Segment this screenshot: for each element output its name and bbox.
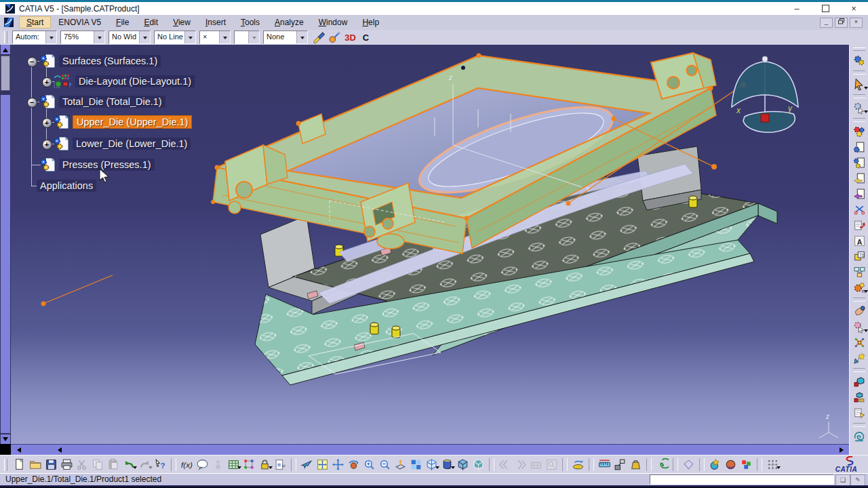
generate-numbering-button[interactable]: A <box>850 233 868 249</box>
scroll-left-button-2[interactable] <box>54 445 64 455</box>
tree-item-lower-die[interactable]: Lower_Die (Lower_Die.1) <box>73 138 191 150</box>
menu-help[interactable]: Help <box>355 16 387 28</box>
snap-grid-button[interactable] <box>765 458 781 472</box>
vertical-scroll-track[interactable] <box>1 95 10 433</box>
save-button[interactable] <box>43 458 59 472</box>
assembly-features-button[interactable] <box>850 390 868 405</box>
transparency-combo[interactable]: 75% <box>60 30 105 44</box>
toolbar-drag-handle[interactable] <box>4 31 7 43</box>
expand-node[interactable]: + <box>42 140 52 150</box>
product-init-button[interactable] <box>850 124 868 140</box>
menu-analyze[interactable]: Analyze <box>267 16 311 28</box>
lock-button[interactable] <box>257 458 273 472</box>
point-symbol-combo[interactable]: × <box>199 30 231 44</box>
tree-item-upper-die[interactable]: Upper_Die (Upper_Die.1) <box>73 115 192 129</box>
zoom-out-button[interactable] <box>377 458 393 472</box>
vertical-scroll-thumb[interactable] <box>1 56 10 91</box>
compass[interactable]: x y <box>732 56 798 132</box>
update-button[interactable] <box>850 53 868 68</box>
viewport-3d[interactable]: z x <box>11 45 849 444</box>
expand-node[interactable]: + <box>42 77 52 87</box>
measure-between-button[interactable] <box>597 458 612 472</box>
graphic-3d-button[interactable]: 3D <box>342 30 358 45</box>
shading-button[interactable] <box>455 458 471 472</box>
product-structure-graph-button[interactable] <box>241 458 257 472</box>
tree-item-surfaces[interactable]: Surfaces (Surfaces.1) <box>59 55 161 67</box>
horizontal-scrollbar[interactable] <box>11 444 849 455</box>
line-type-combo[interactable]: No Line <box>154 30 196 44</box>
fit-all-in-button[interactable] <box>315 458 330 472</box>
shading-edges-button[interactable] <box>471 458 486 472</box>
close-button[interactable]: × <box>840 2 868 15</box>
collapse-node[interactable]: − <box>27 98 37 108</box>
mdi-minimize-button[interactable]: _ <box>820 18 833 28</box>
print-button[interactable] <box>59 458 75 472</box>
product-node-icon[interactable] <box>39 54 57 68</box>
mdi-restore-button[interactable] <box>835 18 848 28</box>
mdi-close-button[interactable]: × <box>850 18 863 28</box>
expand-node[interactable]: + <box>42 118 52 128</box>
measure-item-button[interactable] <box>612 458 628 472</box>
equivalent-dimensions-button[interactable]: ≡= <box>273 458 288 472</box>
rotate-button[interactable] <box>346 458 361 472</box>
line-weight-combo[interactable]: No Wid <box>108 30 151 44</box>
toolbar-drag-handle[interactable] <box>4 459 7 471</box>
measure-inertia-button[interactable] <box>628 458 644 472</box>
selection-filter[interactable] <box>850 100 868 116</box>
menu-file[interactable]: File <box>108 16 136 28</box>
product-node-icon[interactable] <box>39 157 57 172</box>
design-table-button[interactable] <box>226 458 241 472</box>
dialog-expand-button[interactable]: ❑ <box>835 474 850 486</box>
fly-mode-button[interactable] <box>299 458 315 472</box>
turntable-button[interactable] <box>570 458 586 472</box>
existing-component-button[interactable] <box>850 171 868 186</box>
graph-tree-reordering-button[interactable] <box>850 218 868 233</box>
multi-view-button[interactable] <box>408 458 424 472</box>
selective-load-button[interactable]: Tb <box>850 249 868 264</box>
menu-insert[interactable]: Insert <box>198 16 233 28</box>
named-views-button[interactable] <box>439 458 455 472</box>
product-node-icon[interactable] <box>53 115 71 129</box>
menu-view[interactable]: View <box>165 16 198 28</box>
menu-enovia-v5[interactable]: ENOVIA V5 <box>51 16 108 28</box>
tree-item-total-die[interactable]: Total_Die (Total_Die.1) <box>59 96 165 108</box>
smart-move-button[interactable] <box>850 335 868 350</box>
catalog-world-button[interactable] <box>723 458 738 472</box>
scroll-down-button[interactable] <box>1 434 10 444</box>
menu-start[interactable]: Start <box>19 16 51 28</box>
new-product-button[interactable] <box>850 155 868 171</box>
multi-instantiation-button[interactable]: n. <box>850 280 868 296</box>
new-document-button[interactable] <box>12 458 28 472</box>
manage-representations-button[interactable] <box>850 264 868 280</box>
catalog-browser-button[interactable] <box>707 458 723 472</box>
graphic-properties-combo[interactable]: Autom: <box>12 30 57 44</box>
scroll-up-button[interactable] <box>1 45 10 54</box>
existing-component-positioned-button[interactable] <box>850 186 868 202</box>
graphic-c-button[interactable]: C <box>358 30 374 45</box>
select-tool[interactable] <box>850 77 868 92</box>
zoom-in-button[interactable] <box>361 458 377 472</box>
reuse-pattern-button[interactable] <box>850 405 868 421</box>
snap-button[interactable] <box>850 319 868 335</box>
compass-base-handle[interactable] <box>761 114 769 122</box>
tree-item-die-layout[interactable]: Die-Layout (Die-Layout.1) <box>75 75 195 87</box>
fix-component-button[interactable] <box>850 374 868 390</box>
pan-button[interactable] <box>330 458 346 472</box>
measure-update-button[interactable] <box>850 429 868 445</box>
power-input-field[interactable] <box>650 474 834 485</box>
open-button[interactable] <box>28 458 43 472</box>
menu-edit[interactable]: Edit <box>136 16 165 28</box>
wizard-button[interactable] <box>327 30 342 45</box>
maximize-button[interactable] <box>811 2 840 15</box>
scroll-left-button[interactable] <box>14 445 23 455</box>
sketch-tracer-button[interactable] <box>654 458 670 472</box>
component-catalog-button[interactable] <box>738 458 754 472</box>
tree-item-applications[interactable]: Applications <box>37 180 96 192</box>
layer-combo[interactable]: None <box>263 30 308 44</box>
formula-button[interactable]: f(x) <box>179 458 195 472</box>
minimize-button[interactable]: – <box>783 2 811 15</box>
explode-button[interactable] <box>850 350 868 366</box>
menu-window[interactable]: Window <box>311 16 355 28</box>
knowledge-advisor-button[interactable] <box>195 458 210 472</box>
space-analysis-button[interactable] <box>681 458 696 472</box>
